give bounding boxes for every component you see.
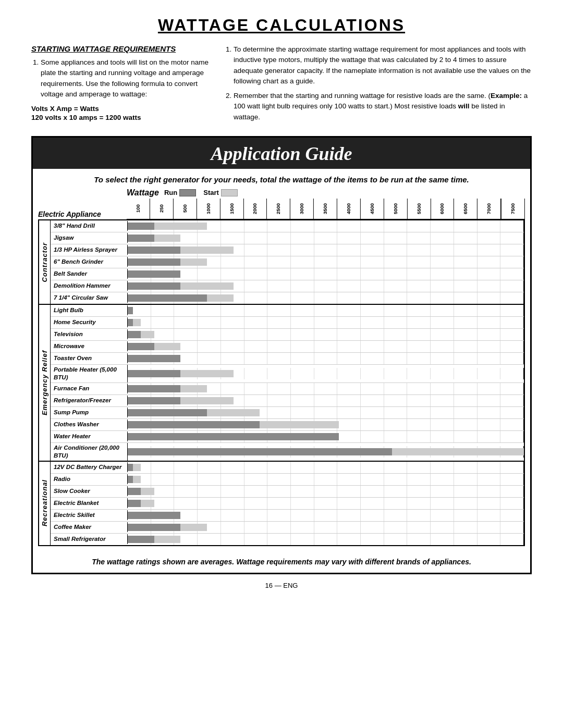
grid-cell — [244, 341, 268, 352]
appliance-row: Small Refrigerator — [51, 534, 524, 545]
grid-cell — [244, 220, 268, 232]
grid-cell — [384, 268, 408, 280]
grid-cell — [267, 474, 291, 485]
grid-cell — [478, 353, 501, 364]
grid-cell — [500, 280, 524, 292]
grid-cell — [361, 419, 384, 430]
grid-cell — [337, 256, 361, 268]
grid-cell — [384, 383, 408, 394]
grid-cell — [478, 498, 501, 509]
page-title: WATTAGE CALCULATIONS — [31, 16, 532, 35]
grid-cell — [361, 534, 384, 545]
grid-cell — [221, 317, 244, 328]
grid-cell — [151, 329, 175, 340]
grid-cell — [314, 268, 338, 280]
right-list: To determine the approximate starting wa… — [224, 44, 532, 122]
grid-cell — [384, 498, 408, 509]
grid-cell — [174, 317, 198, 328]
grid-cell — [244, 244, 268, 256]
formula-block: Volts X Amp = Watts 120 volts x 10 amps … — [31, 105, 209, 121]
grid-cell — [198, 341, 221, 352]
grid-cell — [500, 268, 524, 280]
formula-line1: Volts X Amp = Watts — [31, 105, 209, 113]
bar-area — [128, 292, 524, 304]
bar-area — [128, 407, 524, 418]
grid-cell — [431, 329, 454, 340]
run-bar — [128, 307, 133, 314]
grid-cell — [337, 419, 361, 430]
grid-cell — [361, 353, 384, 364]
appliance-row: Electric Skillet — [51, 510, 524, 522]
appliance-row: Refrigerator/Freezer — [51, 395, 524, 407]
grid-cell — [244, 280, 268, 292]
grid-cell — [337, 268, 361, 280]
grid-cell — [431, 256, 454, 268]
run-bar — [128, 488, 141, 495]
section-emergency-relief: Emergency ReliefLight BulbHome SecurityT… — [39, 304, 524, 461]
grid-cell — [478, 462, 501, 473]
grid-cell — [337, 220, 361, 232]
appliance-row: 1/3 HP Airless Sprayer — [51, 244, 524, 256]
grid-cell — [314, 474, 338, 485]
start-bar — [180, 397, 233, 404]
grid-lines — [128, 305, 524, 316]
grid-cell — [454, 232, 478, 244]
bar-area — [128, 474, 524, 485]
right-column: To determine the approximate starting wa… — [224, 44, 532, 127]
grid-cell — [478, 534, 501, 545]
watt-col-100: 100 — [127, 199, 150, 219]
grid-cell — [454, 498, 478, 509]
bar-area — [128, 383, 524, 394]
grid-cell — [407, 395, 431, 406]
grid-cell — [291, 510, 314, 521]
grid-cell — [384, 244, 408, 256]
grid-cell — [500, 534, 524, 545]
bar-area — [128, 232, 524, 244]
run-bar — [128, 319, 133, 326]
watt-col-2500: 2500 — [267, 199, 290, 219]
appliance-name: 1/3 HP Airless Sprayer — [51, 245, 128, 255]
bar-area — [128, 341, 524, 352]
grid-cell — [198, 510, 221, 521]
grid-cell — [407, 220, 431, 232]
start-bar — [154, 235, 181, 242]
grid-cell — [407, 368, 431, 379]
grid-cell — [267, 522, 291, 533]
grid-cell — [478, 522, 501, 533]
bar-area — [128, 510, 524, 521]
grid-cell — [244, 383, 268, 394]
grid-cell — [454, 268, 478, 280]
grid-cell — [407, 317, 431, 328]
section-label: Emergency Relief — [41, 350, 48, 415]
grid-cell — [500, 244, 524, 256]
grid-cell — [267, 268, 291, 280]
bar-area — [128, 395, 524, 406]
grid-cell — [407, 474, 431, 485]
application-guide-box: Application Guide To select the right ge… — [31, 136, 532, 574]
bar-area — [128, 368, 524, 379]
grid-cell — [431, 462, 454, 473]
grid-cell — [500, 510, 524, 521]
grid-cell — [431, 534, 454, 545]
grid-cell — [221, 232, 244, 244]
page-number: 16 — ENG — [31, 582, 532, 589]
start-bar — [180, 246, 233, 254]
grid-cell — [454, 395, 478, 406]
grid-cell — [500, 419, 524, 430]
section-label-wrap: Emergency Relief — [39, 305, 51, 461]
start-bar — [180, 370, 233, 377]
appliance-col-header: Electric Appliance — [38, 199, 127, 219]
grid-cell — [221, 329, 244, 340]
bar-area — [128, 256, 524, 268]
intro-section: STARTING WATTAGE REQUIREMENTS Some appli… — [31, 44, 532, 127]
grid-cell — [454, 220, 478, 232]
grid-cell — [267, 353, 291, 364]
wattage-label: Wattage — [127, 188, 159, 198]
grid-cell — [454, 368, 478, 379]
grid-cell — [500, 317, 524, 328]
appliance-name: Home Security — [51, 317, 128, 327]
grid-cell — [337, 395, 361, 406]
grid-cell — [221, 462, 244, 473]
grid-cell — [314, 522, 338, 533]
grid-cell — [337, 462, 361, 473]
